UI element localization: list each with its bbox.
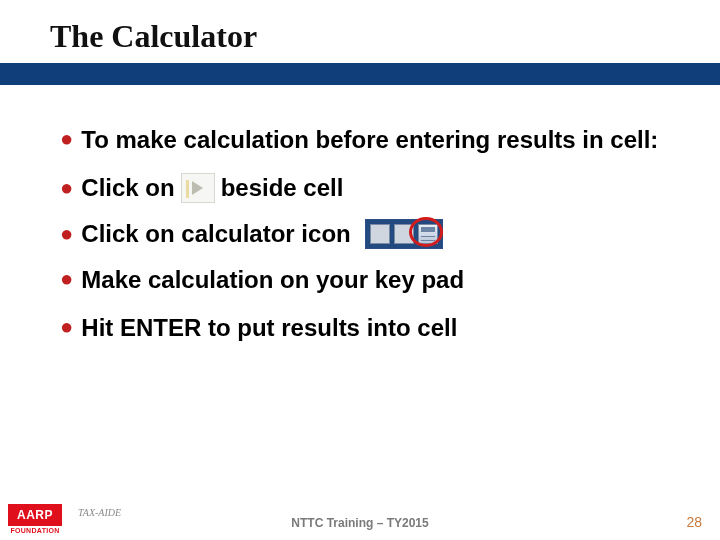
bullet-dot-icon: ● bbox=[60, 174, 73, 203]
bullet-text: To make calculation before entering resu… bbox=[81, 125, 665, 155]
toolbar-icon-group bbox=[365, 219, 443, 249]
bullet-text: Make calculation on your key pad bbox=[81, 265, 665, 295]
logo-text: AARP bbox=[8, 504, 62, 526]
bullet-item: ● Make calculation on your key pad bbox=[60, 265, 665, 295]
bullet-prefix: Click on bbox=[81, 173, 174, 203]
bullet-suffix: beside cell bbox=[221, 173, 344, 203]
bullet-dot-icon: ● bbox=[60, 125, 73, 154]
aarp-logo: AARP FOUNDATION bbox=[8, 504, 62, 534]
logo-subtext: FOUNDATION bbox=[10, 527, 59, 534]
bullet-dot-icon: ● bbox=[60, 220, 73, 249]
calculator-icon bbox=[418, 224, 438, 244]
expand-arrow-icon bbox=[181, 173, 215, 203]
bullet-item: ● To make calculation before entering re… bbox=[60, 125, 665, 155]
bullet-dot-icon: ● bbox=[60, 265, 73, 294]
content-area: ● To make calculation before entering re… bbox=[0, 85, 720, 343]
title-underline-bar bbox=[0, 63, 720, 85]
footer-center-text: NTTC Training – TY2015 bbox=[291, 516, 428, 530]
print-icon bbox=[370, 224, 390, 244]
bullet-text: Click on calculator icon bbox=[81, 219, 350, 249]
bullet-text: Hit ENTER to put results into cell bbox=[81, 313, 665, 343]
cut-icon bbox=[394, 224, 414, 244]
bullet-dot-icon: ● bbox=[60, 313, 73, 342]
bullet-item: ● Click on beside cell bbox=[60, 173, 665, 203]
bullet-item: ● Click on calculator icon bbox=[60, 219, 665, 249]
page-number: 28 bbox=[686, 514, 702, 530]
bullet-item: ● Hit ENTER to put results into cell bbox=[60, 313, 665, 343]
tax-aide-label: TAX-AIDE bbox=[78, 507, 121, 518]
footer: AARP FOUNDATION TAX-AIDE NTTC Training –… bbox=[0, 498, 720, 540]
slide-title: The Calculator bbox=[0, 0, 720, 63]
